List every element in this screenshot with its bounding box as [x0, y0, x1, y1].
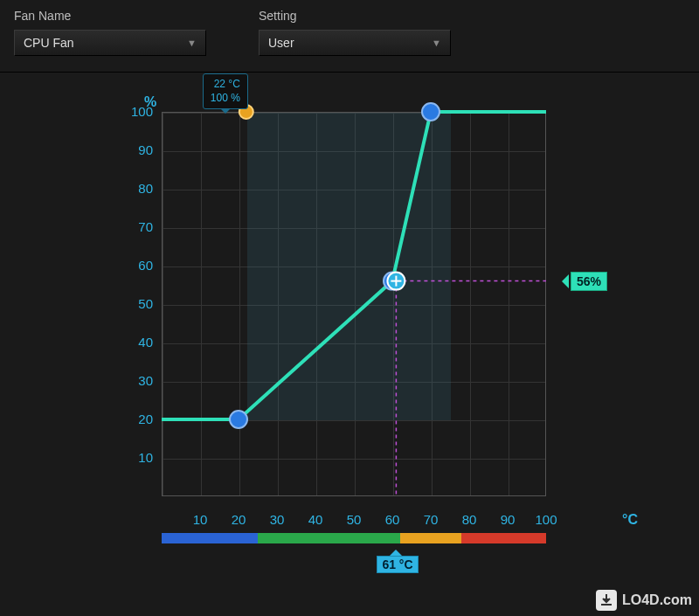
fan-name-value: CPU Fan: [24, 36, 74, 50]
current-temp-badge: 61 °C: [377, 556, 418, 573]
y-tick: 20: [118, 412, 153, 426]
x-tick: 100: [533, 512, 559, 527]
chevron-down-icon: ▼: [187, 38, 197, 48]
y-tick: 70: [118, 219, 153, 234]
x-tick: 80: [456, 512, 482, 527]
temp-pointer-icon: [390, 543, 402, 556]
current-indicator[interactable]: [387, 273, 405, 290]
x-tick: 50: [341, 512, 367, 527]
control-point[interactable]: [230, 411, 247, 428]
y-tick: 50: [118, 296, 153, 311]
x-tick: 20: [225, 512, 252, 527]
temp-band-amber: [400, 533, 461, 543]
y-tick: 90: [118, 142, 153, 157]
watermark: LO4D.com: [596, 590, 692, 611]
setting-value: User: [268, 36, 294, 50]
y-tick: 10: [118, 450, 153, 465]
setting-label: Setting: [259, 9, 451, 23]
hover-tooltip: 22 °C 100 %: [203, 73, 248, 109]
x-tick: 10: [187, 512, 213, 527]
temp-band-blue: [162, 533, 258, 543]
fan-name-label: Fan Name: [14, 9, 206, 23]
setting-dropdown[interactable]: User ▼: [259, 30, 451, 56]
download-icon: [596, 590, 617, 611]
temp-band-red: [461, 533, 546, 543]
tooltip-temp: 22 °C: [211, 78, 240, 92]
fan-curve-chart[interactable]: % °C 22 °C 100 % 56% 61 °C 1020304050607…: [118, 94, 607, 584]
header-row: Fan Name CPU Fan ▼ Setting User ▼: [0, 0, 699, 73]
svg-rect-3: [601, 604, 612, 606]
y-tick: 40: [118, 335, 153, 350]
temp-band-green: [258, 533, 400, 543]
fan-name-control: Fan Name CPU Fan ▼: [14, 9, 206, 56]
chevron-down-icon: ▼: [432, 38, 441, 48]
chart-plot[interactable]: [162, 112, 546, 496]
x-tick: 90: [495, 512, 521, 527]
current-pct-badge: 56%: [571, 272, 607, 291]
x-tick: 30: [264, 512, 290, 527]
pct-pointer-icon: [555, 274, 569, 288]
setting-control: Setting User ▼: [259, 9, 451, 56]
x-tick: 70: [418, 512, 444, 527]
x-axis-label: °C: [622, 512, 638, 528]
y-tick: 80: [118, 181, 153, 196]
watermark-label: LO4D.com: [622, 592, 692, 608]
tooltip-pct: 100 %: [211, 92, 240, 106]
y-tick: 30: [118, 373, 153, 388]
x-tick: 40: [302, 512, 329, 527]
fan-curve-line[interactable]: [162, 112, 546, 419]
control-point[interactable]: [422, 103, 439, 121]
fan-name-dropdown[interactable]: CPU Fan ▼: [14, 30, 206, 56]
x-tick: 60: [379, 512, 405, 527]
temperature-color-bar: [162, 533, 546, 543]
y-tick: 100: [118, 104, 153, 119]
y-tick: 60: [118, 258, 153, 273]
